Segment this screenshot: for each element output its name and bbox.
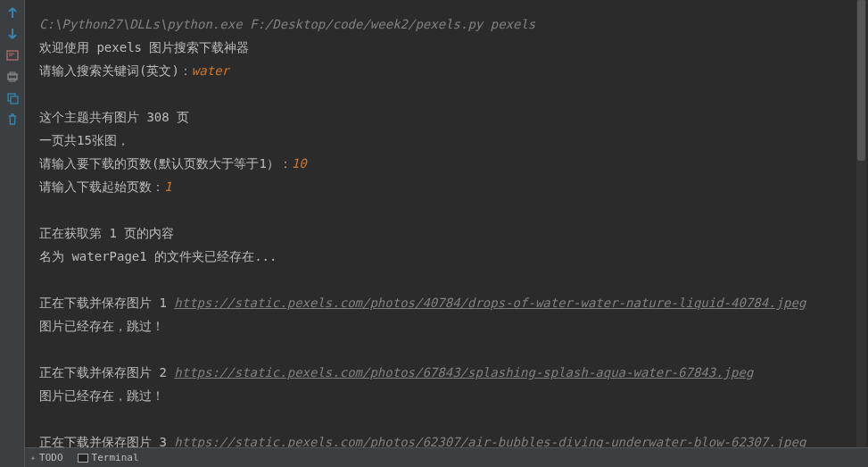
- terminal-label: Terminal: [92, 452, 139, 463]
- tool-sidebar: [0, 0, 25, 467]
- start-input: 1: [164, 179, 171, 194]
- print-icon[interactable]: [5, 70, 20, 84]
- skip-line: 图片已经存在，跳过！: [39, 314, 854, 338]
- todo-label: TODO: [39, 452, 63, 463]
- arrow-down-icon[interactable]: [5, 27, 20, 41]
- download-line: 正在下载并保存图片 2 https://static.pexels.com/ph…: [39, 361, 854, 384]
- keyword-input: water: [192, 63, 229, 78]
- todo-tab[interactable]: ✦ TODO: [30, 452, 63, 463]
- copy-icon[interactable]: [5, 91, 20, 105]
- main-area: C:\Python27\DLLs\python.exe F:/Desktop/c…: [25, 0, 868, 467]
- svg-rect-5: [11, 96, 18, 104]
- total-pages-line: 这个主题共有图片 308 页: [39, 105, 854, 129]
- start-prompt-line: 请输入下载起始页数：1: [39, 175, 854, 198]
- per-page-line: 一页共15张图，: [39, 129, 854, 152]
- terminal-icon: [78, 454, 88, 463]
- terminal-tab[interactable]: Terminal: [78, 452, 139, 463]
- fetching-line: 正在获取第 1 页的内容: [39, 221, 854, 245]
- welcome-line: 欢迎使用 pexels 图片搜索下载神器: [39, 36, 854, 59]
- keyword-prompt-line: 请输入搜索关键词(英文)：water: [39, 59, 854, 82]
- trash-icon[interactable]: [5, 113, 20, 127]
- terminal-scrollbar[interactable]: [856, 0, 866, 447]
- terminal-output[interactable]: C:\Python27\DLLs\python.exe F:/Desktop/c…: [25, 0, 868, 447]
- download-line: 正在下载并保存图片 1 https://static.pexels.com/ph…: [39, 291, 854, 314]
- pages-input: 10: [292, 156, 307, 171]
- pages-prompt-line: 请输入要下载的页数(默认页数大于等于1）：10: [39, 152, 854, 175]
- scrollbar-thumb[interactable]: [857, 0, 865, 161]
- download-url[interactable]: https://static.pexels.com/photos/40784/d…: [174, 296, 806, 310]
- download-url[interactable]: https://static.pexels.com/photos/67843/s…: [174, 365, 753, 379]
- folder-exists-line: 名为 waterPage1 的文件夹已经存在...: [39, 245, 854, 268]
- download-url[interactable]: https://static.pexels.com/photos/62307/a…: [174, 435, 806, 447]
- skip-line: 图片已经存在，跳过！: [39, 384, 854, 407]
- command-line: C:\Python27\DLLs\python.exe F:/Desktop/c…: [39, 13, 854, 36]
- arrow-up-icon[interactable]: [5, 5, 20, 20]
- bottom-toolbar: ✦ TODO Terminal: [25, 447, 868, 467]
- star-icon: ✦: [30, 453, 36, 463]
- download-line: 正在下载并保存图片 3 https://static.pexels.com/ph…: [39, 430, 854, 447]
- wrap-icon[interactable]: [5, 48, 20, 63]
